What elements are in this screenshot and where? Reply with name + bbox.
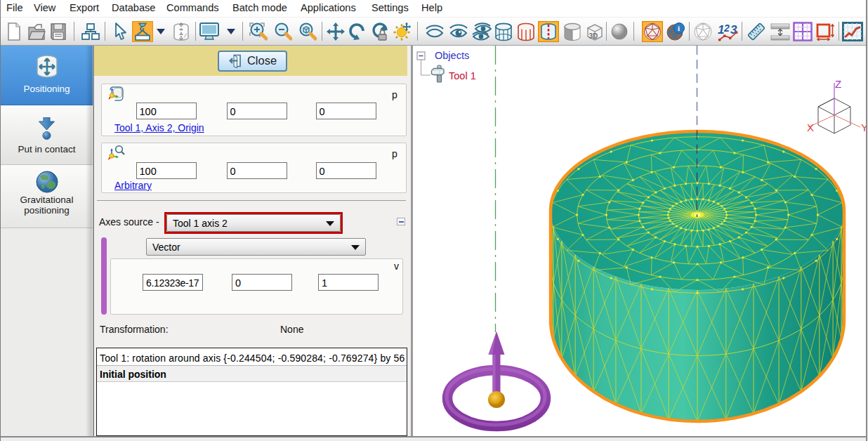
svg-text:Objects: Objects xyxy=(435,50,469,61)
svg-text:3D: 3D xyxy=(589,32,598,40)
svg-text:Tool 1: Tool 1 xyxy=(449,70,476,81)
svg-text:Z: Z xyxy=(835,78,841,90)
svg-text:i: i xyxy=(678,24,680,32)
svg-text:2: 2 xyxy=(723,22,730,34)
svg-text:X: X xyxy=(807,121,814,133)
